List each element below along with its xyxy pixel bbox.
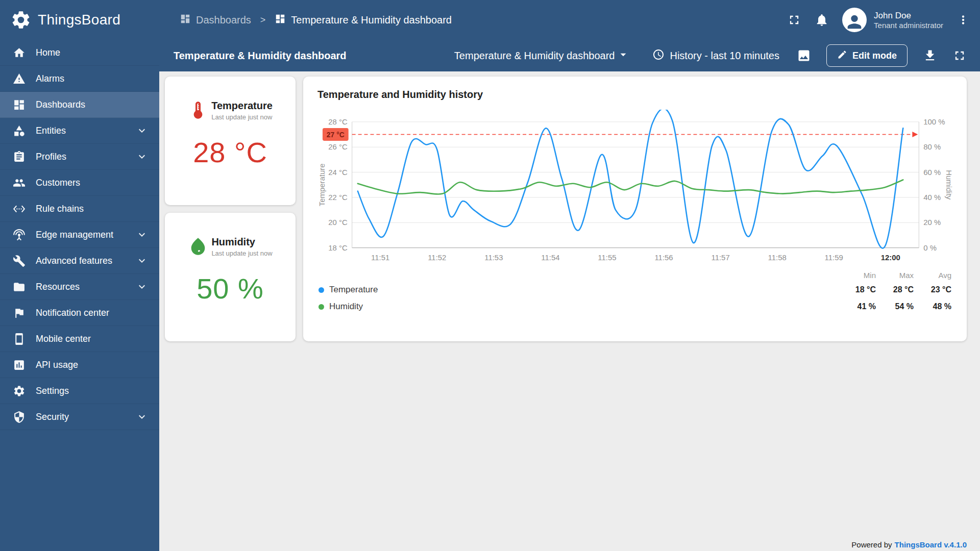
dashboards-icon — [275, 13, 286, 27]
temperature-widget-title: Temperature — [211, 100, 273, 112]
sidebar-item-dashboards[interactable]: Dashboards — [0, 92, 159, 118]
svg-text:40 %: 40 % — [923, 193, 941, 202]
widget-grid: Temperature Last update just now 28 °C H… — [165, 77, 967, 341]
svg-text:11:52: 11:52 — [428, 253, 446, 262]
legend-header-row: MinMaxAvg — [318, 269, 951, 282]
fullscreen-icon[interactable] — [787, 13, 801, 27]
sidebar-item-label: Advanced features — [36, 256, 126, 266]
alarms-icon — [13, 72, 26, 85]
sidebar-item-label: API usage — [36, 360, 148, 370]
sidebar-item-label: Edge management — [36, 230, 126, 240]
profiles-icon — [13, 151, 26, 163]
edit-mode-button[interactable]: Edit mode — [826, 44, 908, 67]
breadcrumb: Dashboards > Temperature & Humidity dash… — [180, 13, 452, 27]
sidebar-item-advanced-features[interactable]: Advanced features — [0, 248, 159, 274]
sidebar-item-api-usage[interactable]: API usage — [0, 352, 159, 378]
settings-icon — [13, 385, 26, 397]
sidebar-item-settings[interactable]: Settings — [0, 378, 159, 404]
svg-text:80 %: 80 % — [923, 142, 941, 151]
series-max-value: 54 % — [876, 302, 914, 311]
edge-management-icon — [13, 229, 26, 241]
sidebar-item-rule-chains[interactable]: Rule chains — [0, 196, 159, 222]
sidebar-item-notification-center[interactable]: Notification center — [0, 300, 159, 326]
series-color-dot — [318, 304, 324, 310]
sidebar-item-security[interactable]: Security — [0, 404, 159, 430]
rule-chains-icon — [13, 203, 26, 215]
top-header: Dashboards > Temperature & Humidity dash… — [159, 0, 980, 40]
svg-text:11:53: 11:53 — [484, 253, 503, 262]
breadcrumb-label: Dashboards — [196, 14, 251, 26]
humidity-widget-title: Humidity — [211, 236, 272, 248]
timewindow-label: History - last 10 minutes — [670, 50, 779, 62]
sidebar-item-label: Customers — [36, 178, 148, 188]
powered-by-text: Powered by — [851, 540, 892, 549]
humidity-widget-subtitle: Last update just now — [211, 249, 272, 257]
user-menu[interactable]: John Doe Tenant administrator — [842, 8, 943, 32]
sidebar-item-label: Mobile center — [36, 334, 148, 344]
legend-column-header: Min — [838, 271, 876, 280]
sidebar-item-resources[interactable]: Resources — [0, 274, 159, 300]
user-info: John Doe Tenant administrator — [874, 10, 943, 30]
dashboard-content: Temperature Last update just now 28 °C H… — [159, 71, 980, 551]
powered-by-footer: Powered by ThingsBoard v.4.1.0 — [851, 540, 967, 549]
user-role: Tenant administrator — [874, 21, 943, 30]
sidebar-nav: HomeAlarmsDashboardsEntitiesProfilesCust… — [0, 40, 159, 430]
gear-logo-icon — [10, 9, 32, 31]
svg-text:Temperature: Temperature — [317, 163, 326, 206]
sidebar-item-label: Home — [36, 47, 148, 58]
sidebar-item-label: Profiles — [36, 152, 126, 162]
humidity-widget: Humidity Last update just now 50 % — [165, 213, 296, 341]
history-chart[interactable]: 18 °C20 °C22 °C24 °C26 °C28 °C0 %20 %40 … — [317, 110, 952, 264]
mobile-center-icon — [13, 333, 26, 345]
breadcrumb-dashboards[interactable]: Dashboards — [180, 13, 251, 27]
avatar — [842, 8, 867, 32]
chart-title: Temperature and Humidity history — [317, 89, 952, 101]
sidebar-item-entities[interactable]: Entities — [0, 118, 159, 144]
advanced-features-icon — [13, 255, 26, 267]
svg-text:22 °C: 22 °C — [328, 193, 348, 202]
fullscreen-icon[interactable] — [952, 48, 967, 63]
timewindow-button[interactable]: History - last 10 minutes — [652, 48, 779, 63]
sidebar-item-alarms[interactable]: Alarms — [0, 66, 159, 92]
sidebar-item-mobile-center[interactable]: Mobile center — [0, 326, 159, 352]
series-min-value: 18 °C — [838, 285, 876, 294]
svg-text:0 %: 0 % — [923, 243, 937, 252]
brand-name: ThingsBoard — [38, 12, 120, 28]
legend-series-toggle[interactable]: Humidity — [318, 302, 838, 312]
chart-legend: MinMaxAvgTemperature18 °C28 °C23 °CHumid… — [317, 269, 952, 315]
history-chart-svg: 18 °C20 °C22 °C24 °C26 °C28 °C0 %20 %40 … — [317, 110, 952, 264]
toolbar-actions: Edit mode — [797, 44, 967, 67]
legend-series-toggle[interactable]: Temperature — [318, 285, 838, 295]
series-avg-value: 23 °C — [914, 285, 951, 294]
sidebar-item-edge-management[interactable]: Edge management — [0, 222, 159, 248]
chevron-down-icon — [136, 281, 148, 293]
sidebar-item-label: Alarms — [36, 73, 148, 84]
breadcrumb-separator: > — [260, 15, 266, 26]
breadcrumb-current-dashboard[interactable]: Temperature & Humidity dashboard — [275, 13, 452, 27]
chevron-down-icon — [136, 124, 148, 137]
dashboard-state-select[interactable]: Temperature & Humidity dashboard — [454, 48, 630, 64]
image-icon[interactable] — [797, 48, 811, 63]
sidebar-item-label: Dashboards — [36, 99, 148, 110]
sidebar-item-profiles[interactable]: Profiles — [0, 144, 159, 170]
svg-text:11:57: 11:57 — [711, 253, 729, 262]
series-min-value: 41 % — [838, 302, 876, 311]
caret-down-icon — [617, 48, 630, 64]
svg-text:24 °C: 24 °C — [328, 168, 348, 177]
notifications-bell-icon[interactable] — [815, 13, 829, 27]
thermometer-icon — [188, 100, 208, 122]
thingsboard-version-link[interactable]: ThingsBoard v.4.1.0 — [895, 540, 967, 549]
sidebar-item-home[interactable]: Home — [0, 40, 159, 66]
pencil-icon — [837, 49, 847, 62]
home-icon — [13, 46, 26, 59]
more-vert-icon[interactable] — [957, 13, 970, 27]
brand-logo[interactable]: ThingsBoard — [0, 0, 159, 40]
svg-text:60 %: 60 % — [923, 168, 941, 177]
sidebar: ThingsBoard HomeAlarmsDashboardsEntities… — [0, 0, 159, 551]
chevron-down-icon — [136, 411, 148, 423]
svg-text:20 °C: 20 °C — [328, 218, 348, 227]
download-icon[interactable] — [923, 48, 937, 63]
dashboards-icon — [180, 13, 191, 27]
svg-text:20 %: 20 % — [923, 218, 941, 227]
sidebar-item-customers[interactable]: Customers — [0, 170, 159, 196]
